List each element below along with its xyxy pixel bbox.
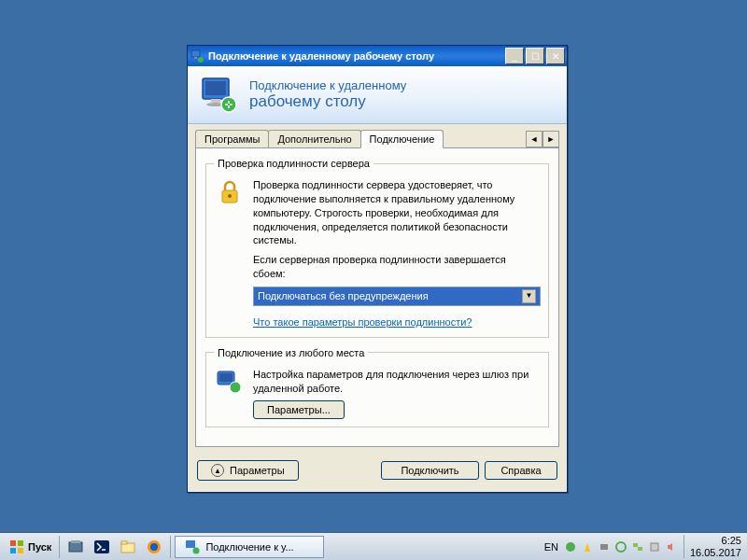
auth-description: Проверка подлинности сервера удостоверяе… (253, 178, 541, 247)
svg-point-12 (230, 382, 241, 393)
volume-icon[interactable] (665, 540, 678, 553)
titlebar[interactable]: Подключение к удаленному рабочему столу … (188, 46, 567, 66)
svg-rect-14 (18, 540, 23, 546)
svg-rect-24 (186, 540, 195, 548)
auth-failure-combo[interactable]: Подключаться без предупреждения ▼ (253, 287, 541, 306)
tab-scroll-right[interactable]: ► (543, 131, 559, 147)
quick-launch (59, 536, 171, 558)
svg-rect-18 (71, 540, 80, 543)
firefox-icon[interactable] (142, 536, 166, 558)
tray-icon[interactable] (598, 540, 611, 553)
svg-rect-27 (600, 544, 608, 550)
tab-programs[interactable]: Программы (195, 130, 269, 147)
rdp-dialog: Подключение к удаленному рабочему столу … (187, 45, 568, 493)
svg-rect-5 (211, 99, 220, 103)
language-indicator[interactable]: EN (544, 541, 558, 553)
app-icon (190, 49, 204, 63)
svg-point-2 (198, 57, 204, 63)
svg-point-9 (228, 194, 232, 198)
gateway-icon (214, 368, 246, 420)
start-button[interactable]: Пуск (2, 538, 59, 556)
connect-anywhere-legend: Подключение из любого места (214, 347, 368, 358)
system-tray: EN 6:25 16.05.2017 (544, 535, 745, 557)
close-button[interactable]: ✕ (546, 48, 565, 64)
svg-rect-16 (18, 548, 23, 553)
explorer-icon[interactable] (116, 536, 140, 558)
help-button[interactable]: Справка (485, 461, 557, 480)
svg-point-28 (616, 542, 626, 552)
svg-point-25 (193, 547, 200, 553)
window-title: Подключение к удаленному рабочему столу (208, 50, 505, 62)
anywhere-description: Настройка параметров для подключения чер… (253, 368, 541, 396)
svg-rect-1 (194, 57, 197, 59)
rdp-icon (199, 75, 240, 116)
svg-rect-4 (205, 81, 226, 95)
options-toggle-button[interactable]: ▲ Параметры (197, 460, 299, 481)
maximize-button[interactable]: ☐ (526, 48, 544, 64)
tray-icon[interactable] (631, 540, 644, 553)
svg-rect-30 (638, 547, 642, 551)
tab-panel: Проверка подлинности сервера Проверка по… (195, 147, 559, 447)
taskbar-active-window[interactable]: Подключение к у... (175, 536, 324, 558)
svg-rect-21 (121, 541, 127, 544)
tray-icon[interactable] (564, 540, 577, 553)
auth-help-link[interactable]: Что такое параметры проверки подлинности… (253, 316, 472, 328)
connect-button[interactable]: Подключить (381, 461, 479, 480)
clock[interactable]: 6:25 16.05.2017 (684, 535, 741, 557)
server-auth-group: Проверка подлинности сервера Проверка по… (205, 158, 549, 338)
header-subtitle: Подключение к удаленному (249, 78, 406, 92)
svg-rect-15 (10, 548, 16, 553)
svg-rect-29 (633, 543, 638, 547)
svg-point-7 (221, 97, 236, 112)
tab-scroll-left[interactable]: ◄ (526, 131, 543, 147)
tray-icon[interactable] (581, 540, 594, 553)
server-auth-legend: Проверка подлинности сервера (214, 158, 374, 169)
powershell-icon[interactable] (90, 536, 114, 558)
combo-value: Подключаться без предупреждения (258, 289, 429, 303)
tray-icon[interactable] (648, 540, 661, 553)
chevron-up-icon: ▲ (211, 464, 224, 477)
tab-strip: Программы Дополнительно Подключение ◄ ► (188, 124, 567, 147)
minimize-button[interactable]: _ (505, 48, 524, 64)
chevron-down-icon: ▼ (522, 289, 536, 303)
lock-icon (214, 178, 246, 329)
header-title: рабочему столу (249, 92, 406, 111)
dialog-header: Подключение к удаленному рабочему столу (188, 66, 567, 124)
svg-point-26 (566, 542, 575, 552)
gateway-settings-button[interactable]: Параметры... (253, 400, 345, 419)
tab-advanced[interactable]: Дополнительно (268, 130, 360, 147)
tab-connection[interactable]: Подключение (360, 130, 444, 148)
windows-logo-icon (9, 539, 24, 554)
svg-point-23 (150, 543, 158, 551)
svg-rect-17 (69, 542, 82, 552)
dialog-footer: ▲ Параметры Подключить Справка (188, 455, 567, 492)
app-icon (185, 539, 200, 554)
svg-rect-0 (191, 50, 200, 57)
svg-rect-13 (10, 540, 16, 546)
server-manager-icon[interactable] (63, 536, 88, 558)
taskbar: Пуск Подключение к у... EN 6:25 16.05.20… (0, 532, 747, 560)
connect-anywhere-group: Подключение из любого места Настройка па… (205, 347, 549, 428)
svg-rect-31 (651, 543, 658, 551)
tray-icon[interactable] (614, 540, 627, 553)
auth-prompt: Если серверная проверка подлинности заве… (253, 253, 541, 281)
svg-rect-11 (219, 373, 233, 382)
